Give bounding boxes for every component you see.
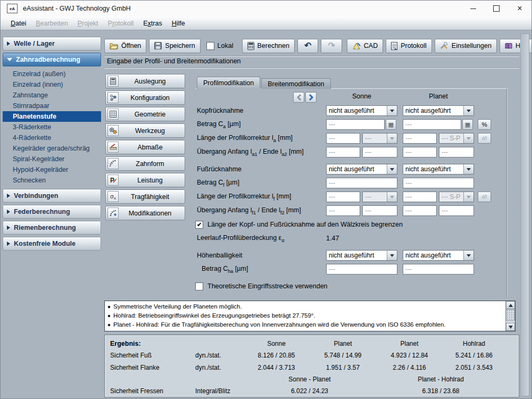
book-icon — [505, 43, 512, 49]
berechnen-button[interactable]: Berechnen — [242, 39, 295, 53]
betrag-cf-label: Betrag Cf [µm] — [197, 178, 239, 188]
konfiguration-button[interactable]: Konfiguration — [105, 90, 185, 105]
expanded-arrow-icon — [7, 58, 12, 61]
theoretische-eingriffsstrecke-checkbox[interactable] — [195, 282, 203, 290]
uebergang-f-input-3[interactable] — [403, 205, 437, 216]
message-scrollbar[interactable] — [505, 301, 515, 331]
laenge-la-planet-input[interactable] — [403, 133, 437, 144]
gears-icon — [107, 125, 119, 136]
kopfruecknahme-planet-dropdown[interactable]: nicht ausgeführt — [403, 105, 474, 116]
pair-header-planet-hohlrad: Planet - Hohlrad — [376, 376, 505, 383]
abmasse-button[interactable]: Abmaße — [105, 140, 185, 154]
sidebar-item-planetenstufe[interactable]: Planetenstufe — [3, 111, 101, 122]
einstellungen-button[interactable]: Einstellungen — [435, 39, 497, 53]
save-button[interactable]: Speichern — [149, 39, 200, 53]
scroll-down-button[interactable] — [506, 323, 515, 331]
sidebar-section-kostenfreie-module[interactable]: Kostenfreie Module — [3, 237, 101, 251]
sidebar-item-spiral-kegelraeder[interactable]: Spiral-Kegelräder — [3, 154, 101, 164]
next-pair-button[interactable] — [305, 92, 317, 103]
protokoll-button[interactable]: Protokoll — [386, 39, 432, 53]
open-button[interactable]: Öffnen — [104, 39, 146, 53]
minimize-button[interactable] — [461, 1, 485, 16]
laenge-lf-sonne-input[interactable] — [326, 192, 360, 202]
hoehenballigkeit-planet-dropdown[interactable]: nicht ausgeführt — [403, 250, 474, 261]
uebergang-f-input-2[interactable] — [362, 205, 397, 216]
dropdown-value: --- — [363, 135, 387, 142]
scroll-up-button[interactable] — [506, 301, 515, 309]
sidebar-item-schnecken[interactable]: Schnecken — [3, 175, 101, 186]
sidebar-item-3-raederkette[interactable]: 3-Räderkette — [3, 122, 101, 132]
prev-pair-button[interactable] — [293, 92, 304, 103]
chevron-down-icon[interactable] — [387, 164, 397, 174]
menu-hilfe[interactable]: Hilfe — [167, 18, 190, 29]
menu-extras[interactable]: Extras — [138, 18, 167, 29]
zahnform-button[interactable]: Zahnform — [105, 156, 185, 171]
chevron-down-icon[interactable] — [387, 106, 397, 115]
sidebar-item-einzelrad-aussen[interactable]: Einzelrad (außen) — [3, 69, 101, 79]
percent-button[interactable]: % — [478, 119, 491, 130]
sidebar-section-verbindungen[interactable]: Verbindungen — [3, 189, 101, 203]
auslegung-button[interactable]: Auslegung — [105, 74, 185, 88]
laenge-lf-planet-input[interactable] — [403, 192, 437, 202]
sidebar-item-4-raederkette[interactable]: 4-Räderkette — [3, 132, 101, 143]
geometrie-button[interactable]: Geometrie — [105, 107, 185, 121]
leistung-button[interactable]: P Leistung — [105, 173, 185, 187]
limit-waelzkreis-checkbox[interactable]: ✔ — [195, 221, 203, 229]
calc-mini-button[interactable]: ▦ — [462, 119, 473, 130]
arrow-down-icon — [509, 326, 513, 329]
laenge-la-sonne-input[interactable] — [326, 133, 360, 144]
tragfaehigkeit-button[interactable]: σx Tragfähigkeit — [105, 189, 185, 204]
sidebar-section-federberechnung[interactable]: Federberechnung — [3, 205, 101, 219]
lokal-checkbox[interactable] — [206, 42, 214, 50]
bullet-icon — [108, 306, 110, 308]
collapsed-arrow-icon — [7, 210, 10, 214]
tab-breitenmodifikation[interactable]: Breitenmodifikation — [261, 78, 330, 89]
sidebar-section-zahnradberechnung[interactable]: Zahnradberechnung — [3, 53, 101, 66]
bullet-icon — [108, 324, 110, 326]
chevron-down-icon[interactable] — [463, 164, 473, 174]
betrag-cf-sonne-input[interactable] — [326, 178, 397, 188]
uebergang-f-input-4[interactable] — [439, 205, 474, 216]
menu-datei[interactable]: Datei — [6, 18, 31, 29]
chevron-down-icon[interactable] — [387, 251, 397, 260]
sidebar-item-stirnradpaar[interactable]: Stirnradpaar — [3, 101, 101, 111]
fussruecknahme-planet-dropdown[interactable]: nicht ausgeführt — [403, 164, 474, 174]
werkzeug-button[interactable]: Werkzeug — [105, 123, 185, 138]
maximize-button[interactable] — [485, 1, 508, 16]
uebergang-a-input-3[interactable] — [403, 147, 437, 157]
scrollbar-thumb[interactable] — [506, 309, 515, 321]
geometrie-label: Geometrie — [120, 111, 180, 118]
modifikationen-button[interactable]: Modifikationen — [105, 206, 185, 220]
sidebar-item-einzelrad-innen[interactable]: Einzelrad (innen) — [3, 79, 101, 90]
tab-profilmodifikation[interactable]: Profilmodifikation — [197, 77, 260, 89]
close-button[interactable]: × — [508, 1, 531, 16]
sidebar-item-hypoid-kegelraeder[interactable]: Hypoid-Kegelräder — [3, 164, 101, 175]
close-icon: × — [517, 4, 522, 13]
cad-button[interactable]: CAD — [347, 39, 383, 53]
sidebar-item-zahnstange[interactable]: Zahnstange — [3, 90, 101, 101]
betrag-cha-sonne-input[interactable] — [326, 264, 397, 275]
sidebar-section-welle-lager[interactable]: Welle / Lager — [3, 37, 101, 51]
chevron-down-icon[interactable] — [463, 251, 473, 260]
betrag-cf-planet-input[interactable] — [403, 178, 474, 188]
sidebar-section-riemenberechnung[interactable]: Riemenberechnung — [3, 221, 101, 235]
kopfruecknahme-sonne-dropdown[interactable]: nicht ausgeführt — [326, 105, 397, 116]
dl-button: d/l — [478, 192, 491, 202]
cad-drawing-icon — [352, 42, 361, 49]
calc-mini-button[interactable]: ▦ — [386, 119, 396, 130]
hoehenballigkeit-sonne-dropdown[interactable]: nicht ausgeführt — [326, 250, 397, 261]
fussruecknahme-sonne-dropdown[interactable]: nicht ausgeführt — [326, 164, 397, 174]
betrag-cha-planet-input[interactable] — [403, 264, 474, 275]
betrag-ca-planet-input[interactable] — [403, 119, 461, 130]
uebergang-a-input-2[interactable] — [362, 147, 397, 157]
chevron-down-icon[interactable] — [463, 106, 473, 115]
uebergang-a-input-4[interactable] — [439, 147, 474, 157]
undo-button[interactable]: ↶ — [297, 39, 318, 53]
sidebar-item-kegelraeder[interactable]: Kegelräder gerade/schräg — [3, 143, 101, 154]
betrag-ca-sonne-input[interactable] — [326, 119, 385, 130]
pair-header-sonne-planet: Sonne - Planet — [243, 376, 376, 383]
auslegung-label: Auslegung — [120, 78, 180, 85]
uebergang-a-input-1[interactable] — [326, 147, 360, 157]
uebergang-f-input-1[interactable] — [326, 205, 360, 216]
menu-bar: Datei Bearbeiten Projekt Protokoll Extra… — [1, 16, 531, 30]
